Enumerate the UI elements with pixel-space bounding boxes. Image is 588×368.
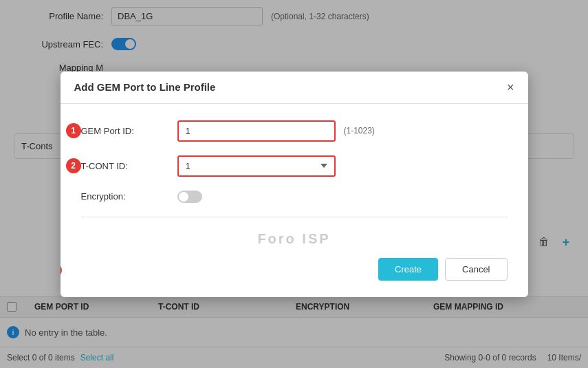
encryption-toggle-wrap	[177, 191, 202, 203]
modal-title: Add GEM Port to Line Profile	[74, 81, 216, 93]
gem-port-id-input-wrap: (1-1023)	[177, 120, 375, 142]
modal-close-button[interactable]: ×	[507, 81, 514, 94]
gem-port-id-hint: (1-1023)	[344, 126, 375, 136]
gem-port-id-label: GEM Port ID:	[81, 126, 177, 136]
encryption-label: Encryption:	[81, 191, 177, 202]
t-cont-id-select[interactable]: 1 2 3	[177, 155, 336, 177]
modal-dialog: Add GEM Port to Line Profile × 1 GEM Por…	[61, 72, 528, 297]
cancel-button[interactable]: Cancel	[445, 258, 507, 281]
badge-2: 2	[66, 158, 81, 173]
create-button[interactable]: Create	[378, 258, 438, 281]
badge-3: 3	[61, 263, 62, 278]
modal-footer: 3 Create Cancel	[81, 258, 508, 283]
watermark: Foro ISP	[81, 231, 508, 247]
modal-overlay: Add GEM Port to Line Profile × 1 GEM Por…	[0, 0, 588, 368]
modal-divider	[81, 217, 508, 217]
modal-body: 1 GEM Port ID: (1-1023) 2 T-CONT ID: 1 2…	[61, 104, 528, 297]
gem-port-id-row: 1 GEM Port ID: (1-1023)	[81, 120, 508, 142]
t-cont-id-row: 2 T-CONT ID: 1 2 3	[81, 155, 508, 177]
encryption-toggle[interactable]	[177, 191, 202, 203]
gem-port-id-input[interactable]	[177, 120, 336, 142]
t-cont-id-label: T-CONT ID:	[81, 161, 177, 171]
t-cont-id-input-wrap: 1 2 3	[177, 155, 336, 177]
badge-1: 1	[66, 123, 81, 138]
encryption-row: Encryption:	[81, 191, 508, 203]
modal-header: Add GEM Port to Line Profile ×	[61, 72, 528, 104]
